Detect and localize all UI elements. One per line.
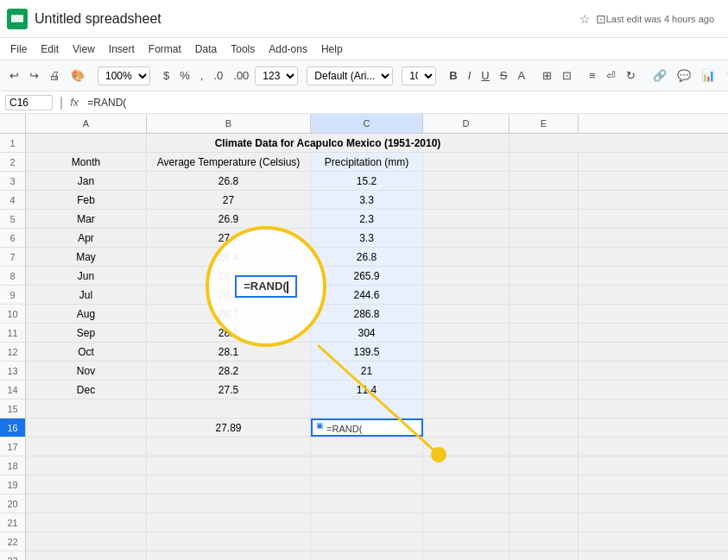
menu-view[interactable]: View xyxy=(66,41,102,57)
cell-d15[interactable] xyxy=(423,400,510,418)
cell-a2[interactable]: Month xyxy=(26,153,147,171)
menu-data[interactable]: Data xyxy=(188,41,224,57)
cell-e5[interactable] xyxy=(510,210,579,228)
cell-c7[interactable]: 26.8 xyxy=(311,248,423,266)
cell-d2[interactable] xyxy=(423,153,510,171)
cell-e9[interactable] xyxy=(510,286,579,304)
star-icon[interactable]: ☆ xyxy=(579,12,591,26)
cell-c15[interactable] xyxy=(311,400,423,418)
cell-a13[interactable]: Nov xyxy=(26,362,147,380)
cell-c5[interactable]: 2.3 xyxy=(311,210,423,228)
text-color-button[interactable]: A xyxy=(513,66,529,85)
cell-a6[interactable]: Apr xyxy=(26,229,147,247)
cell-c9[interactable]: 244.6 xyxy=(311,286,423,304)
cell-c10[interactable]: 286.8 xyxy=(311,305,423,323)
underline-button[interactable]: U xyxy=(477,66,493,85)
cell-e7[interactable] xyxy=(510,248,579,266)
cell-d6[interactable] xyxy=(423,229,510,247)
menu-addons[interactable]: Add-ons xyxy=(262,41,314,57)
cell-e11[interactable] xyxy=(510,324,579,342)
cell-e13[interactable] xyxy=(510,362,579,380)
cell-c11[interactable]: 304 xyxy=(311,324,423,342)
filter-button[interactable]: ▼ xyxy=(721,66,728,85)
comma-button[interactable]: , xyxy=(196,66,208,85)
cell-d4[interactable] xyxy=(423,191,510,209)
wrap-button[interactable]: ⏎ xyxy=(602,66,620,85)
cell-a7[interactable]: May xyxy=(26,248,147,266)
cell-a9[interactable]: Jul xyxy=(26,286,147,304)
col-header-a[interactable]: A xyxy=(26,114,147,133)
cell-d14[interactable] xyxy=(423,381,510,399)
align-button[interactable]: ≡ xyxy=(585,66,600,85)
cell-c12[interactable]: 139.5 xyxy=(311,343,423,361)
cell-e12[interactable] xyxy=(510,343,579,361)
cell-a8[interactable]: Jun xyxy=(26,267,147,285)
cell-b14[interactable]: 27.5 xyxy=(147,381,311,399)
cell-c2[interactable]: Precipitation (mm) xyxy=(311,153,423,171)
folder-icon[interactable]: ⊡ xyxy=(596,12,606,26)
cell-b4[interactable]: 27 xyxy=(147,191,311,209)
col-header-e[interactable]: E xyxy=(510,114,579,133)
borders-button[interactable]: ⊡ xyxy=(558,66,576,85)
cell-a10[interactable]: Aug xyxy=(26,305,147,323)
cell-c3[interactable]: 15.2 xyxy=(311,172,423,190)
cell-b16[interactable]: 27.89 xyxy=(147,418,311,437)
menu-insert[interactable]: Insert xyxy=(102,41,142,57)
cell-a12[interactable]: Oct xyxy=(26,343,147,361)
number-format-select[interactable]: 123 xyxy=(255,66,298,85)
cell-d11[interactable] xyxy=(423,324,510,342)
menu-format[interactable]: Format xyxy=(142,41,188,57)
spreadsheet-title[interactable]: Untitled spreadsheet xyxy=(35,11,574,27)
menu-tools[interactable]: Tools xyxy=(224,41,262,57)
menu-file[interactable]: File xyxy=(3,41,34,57)
cell-b2[interactable]: Average Temperature (Celsius) xyxy=(147,153,311,171)
undo-button[interactable]: ↩ xyxy=(5,66,23,85)
redo-button[interactable]: ↪ xyxy=(25,66,43,85)
bold-button[interactable]: B xyxy=(445,66,461,85)
cell-e3[interactable] xyxy=(510,172,579,190)
font-select[interactable]: Default (Ari... xyxy=(307,66,393,85)
cell-c8[interactable]: 265.9 xyxy=(311,267,423,285)
cell-b3[interactable]: 26.8 xyxy=(147,172,311,190)
cell-e16[interactable] xyxy=(510,418,579,437)
cell-d13[interactable] xyxy=(423,362,510,380)
dec-decrease-button[interactable]: .0 xyxy=(209,66,227,85)
italic-button[interactable]: I xyxy=(464,66,476,85)
chart-button[interactable]: 📊 xyxy=(697,66,719,85)
cell-d12[interactable] xyxy=(423,343,510,361)
cell-a1[interactable] xyxy=(26,134,147,152)
cell-b1[interactable]: Climate Data for Acapulco Mexico (1951-2… xyxy=(147,134,510,152)
cell-c13[interactable]: 21 xyxy=(311,362,423,380)
cell-e2[interactable] xyxy=(510,153,579,171)
percent-button[interactable]: % xyxy=(175,66,194,85)
paint-format-button[interactable]: 🎨 xyxy=(66,66,89,85)
cell-a15[interactable] xyxy=(26,400,147,418)
cell-reference-input[interactable] xyxy=(5,95,53,110)
cell-b5[interactable]: 26.9 xyxy=(147,210,311,228)
merge-button[interactable]: ⊞ xyxy=(538,66,556,85)
cell-d16[interactable] xyxy=(423,418,510,437)
font-size-select[interactable]: 10 xyxy=(402,66,436,85)
cell-c4[interactable]: 3.3 xyxy=(311,191,423,209)
cell-d9[interactable] xyxy=(423,286,510,304)
cell-d5[interactable] xyxy=(423,210,510,228)
strikethrough-button[interactable]: S xyxy=(496,66,512,85)
cell-a5[interactable]: Mar xyxy=(26,210,147,228)
cell-c6[interactable]: 3.3 xyxy=(311,229,423,247)
link-button[interactable]: 🔗 xyxy=(649,66,671,85)
cell-a16[interactable] xyxy=(26,418,147,437)
cell-a4[interactable]: Feb xyxy=(26,191,147,209)
col-header-b[interactable]: B xyxy=(147,114,311,133)
cell-e8[interactable] xyxy=(510,267,579,285)
col-header-d[interactable]: D xyxy=(423,114,510,133)
menu-help[interactable]: Help xyxy=(314,41,350,57)
cell-e10[interactable] xyxy=(510,305,579,323)
cell-e14[interactable] xyxy=(510,381,579,399)
cell-d7[interactable] xyxy=(423,248,510,266)
cell-a3[interactable]: Jan xyxy=(26,172,147,190)
cell-e4[interactable] xyxy=(510,191,579,209)
cell-c14[interactable]: 11.4 xyxy=(311,381,423,399)
rotate-button[interactable]: ↻ xyxy=(622,66,640,85)
cell-a11[interactable]: Sep xyxy=(26,324,147,342)
cell-b12[interactable]: 28.1 xyxy=(147,343,311,361)
